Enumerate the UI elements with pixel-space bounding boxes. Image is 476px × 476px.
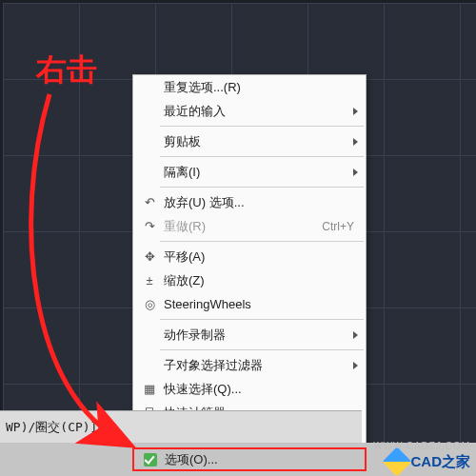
menu-item[interactable]: 隔离(I) (133, 160, 366, 184)
annotation-right-click: 右击 (36, 50, 97, 91)
menu-separator (160, 241, 364, 242)
menu-item-label: 剪贴板 (160, 133, 353, 150)
wheel-icon: ◎ (139, 296, 160, 313)
menu-item-label: 最近的输入 (160, 103, 353, 120)
chevron-right-icon (353, 169, 358, 176)
command-line-text: WP)/圈交(CP)]: (6, 419, 105, 436)
menu-item-label: 重做(R) (160, 218, 322, 235)
menu-item-label: 放弃(U) 选项... (160, 194, 358, 211)
chevron-right-icon (353, 108, 358, 115)
menu-separator (160, 156, 364, 157)
chevron-right-icon (353, 138, 358, 146)
menu-item-label: 快速选择(Q)... (160, 381, 358, 398)
menu-item[interactable]: 最近的输入 (133, 99, 366, 123)
options-icon (140, 451, 161, 468)
menu-item[interactable]: ◎SteeringWheels (133, 292, 366, 316)
menu-separator (160, 187, 364, 188)
menu-item-label: 选项(O)... (161, 451, 357, 468)
blank-icon (139, 327, 160, 344)
menu-separator (160, 126, 364, 127)
menu-item[interactable]: ✥平移(A) (133, 245, 366, 268)
menu-item[interactable]: 选项(O)... (132, 447, 367, 471)
chevron-right-icon (353, 331, 358, 339)
command-line[interactable]: WP)/圈交(CP)]: (0, 410, 362, 443)
redo-icon: ↷ (139, 218, 160, 235)
watermark-url: WWW.CADZJ.COM (373, 441, 470, 451)
menu-item[interactable]: ↶放弃(U) 选项... (133, 190, 366, 214)
undo-icon: ↶ (139, 194, 160, 211)
menu-item[interactable]: 动作录制器 (133, 323, 366, 347)
blank-icon (139, 103, 160, 120)
menu-item-label: 缩放(Z) (160, 272, 358, 289)
watermark-logo-icon (382, 446, 411, 476)
menu-separator (160, 319, 364, 320)
menu-item[interactable]: 重复选项...(R) (133, 75, 366, 99)
menu-separator (160, 349, 364, 350)
pan-icon: ✥ (139, 248, 160, 266)
menu-item[interactable]: ±缩放(Z) (133, 268, 366, 292)
blank-icon (139, 133, 160, 150)
menu-item[interactable]: ▦快速选择(Q)... (133, 377, 366, 401)
menu-item[interactable]: 子对象选择过滤器 (133, 353, 366, 377)
blank-icon (139, 164, 160, 181)
blank-icon (139, 357, 160, 374)
menu-shortcut: Ctrl+Y (322, 220, 358, 233)
blank-icon (139, 79, 160, 96)
chevron-right-icon (353, 362, 358, 369)
menu-item-label: 平移(A) (160, 248, 358, 266)
menu-item-label: 子对象选择过滤器 (160, 357, 353, 374)
menu-item[interactable]: 剪贴板 (133, 129, 366, 153)
menu-item: ↷重做(R)Ctrl+Y (133, 214, 366, 238)
menu-item-label: 重复选项...(R) (160, 79, 358, 96)
watermark-brand: CAD之家 (411, 453, 471, 471)
zoom-icon: ± (139, 272, 160, 289)
menu-item-label: 动作录制器 (160, 327, 353, 344)
qselect-icon: ▦ (139, 381, 160, 398)
watermark: CAD之家 (387, 451, 471, 472)
menu-item-label: 隔离(I) (160, 164, 353, 181)
menu-item-label: SteeringWheels (160, 297, 358, 311)
